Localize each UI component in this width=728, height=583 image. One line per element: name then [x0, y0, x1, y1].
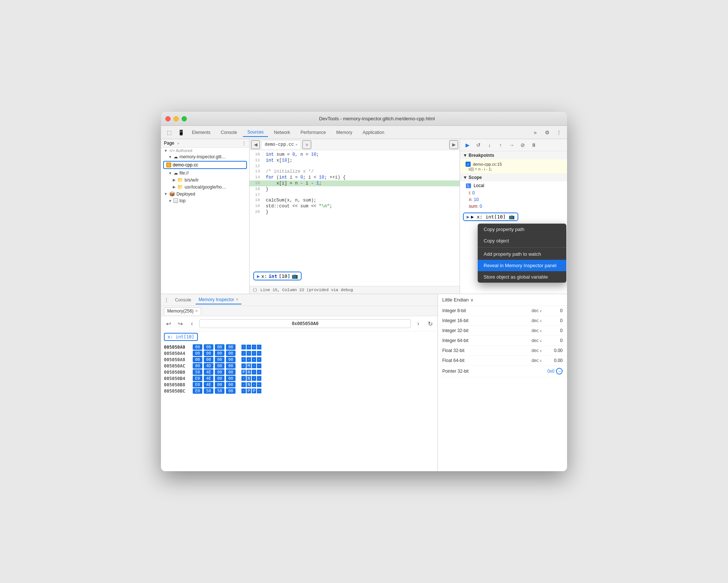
back-icon[interactable]: ↩	[164, 319, 173, 328]
data-format-selector[interactable]: dec ∨	[532, 328, 542, 333]
mem-byte[interactable]: 00	[226, 382, 236, 387]
tab-memory-inspector[interactable]: Memory Inspector ✕	[196, 296, 241, 304]
prev-icon[interactable]: ‹	[188, 319, 196, 328]
mem-byte[interactable]: 00	[215, 376, 224, 381]
mem-byte[interactable]: 00	[226, 344, 236, 350]
mem-byte[interactable]: E0	[193, 376, 202, 381]
close-button[interactable]	[165, 116, 171, 121]
mem-byte[interactable]: 4E	[204, 369, 213, 375]
panel-menu-icon[interactable]: ⋮	[164, 297, 169, 303]
panel-menu-icon[interactable]: ⋮	[242, 141, 246, 146]
var-highlight-box[interactable]: ▶ x: int [10] 📺	[253, 272, 302, 280]
mem-byte[interactable]: 00	[226, 388, 236, 394]
tab-elements[interactable]: Elements	[188, 128, 215, 137]
memory-subtab-256[interactable]: Memory(256) ✕	[164, 307, 201, 315]
close-icon[interactable]: ✕	[236, 297, 238, 301]
mem-byte[interactable]: 00	[204, 344, 213, 350]
mem-byte[interactable]: 00	[215, 344, 224, 350]
mem-byte[interactable]: 00	[226, 376, 236, 381]
tree-memory-inspector-host[interactable]: ▼ ☁ memory-inspector.glit…	[161, 153, 249, 160]
mem-byte[interactable]: 4E	[204, 376, 213, 381]
data-format-selector[interactable]: dec ∨	[532, 348, 542, 353]
code-area[interactable]: 10 int sum = 0, n = 10; 11 int x[10]; 12…	[250, 150, 460, 286]
forward-icon[interactable]: ↪	[176, 319, 185, 328]
ctx-copy-object[interactable]: Copy object	[478, 235, 566, 246]
tree-deployed[interactable]: ▼ 📦 Deployed	[161, 190, 249, 197]
data-format-selector[interactable]: dec ∨	[532, 338, 542, 343]
mem-byte[interactable]: 00	[226, 357, 236, 362]
minimize-button[interactable]	[174, 116, 179, 121]
memory-tag[interactable]: x: int[10]	[164, 333, 198, 341]
mem-byte[interactable]: 00	[215, 351, 224, 356]
settings-icon[interactable]: ⚙	[542, 127, 552, 138]
data-format-selector[interactable]: dec ∨	[532, 318, 542, 323]
tree-authored[interactable]: ▼ </> Authored	[161, 148, 249, 153]
device-icon[interactable]: 📱	[176, 127, 186, 138]
mem-byte[interactable]: 00	[215, 369, 224, 375]
mem-byte[interactable]: 00	[204, 351, 213, 356]
tree-usr[interactable]: ▶ 📁 usr/local/google/ho…	[161, 183, 249, 190]
step-out-icon[interactable]: ↑	[496, 141, 505, 149]
tree-file[interactable]: ▼ ☁ file://	[161, 170, 249, 176]
pointer-value[interactable]: 0x0 →	[547, 368, 563, 375]
tree-bsw[interactable]: ▶ 📁 b/s/w/ir	[161, 176, 249, 183]
close-icon[interactable]: ✕	[195, 309, 198, 313]
mem-byte[interactable]: 00	[215, 357, 224, 362]
ctx-copy-property-path[interactable]: Copy property path	[478, 224, 566, 235]
mem-byte[interactable]: 00	[215, 363, 224, 369]
deactivate-icon[interactable]: ⊘	[518, 141, 527, 149]
mem-byte[interactable]: 00	[193, 357, 202, 362]
step-icon[interactable]: →	[507, 141, 516, 149]
mem-byte[interactable]: E0	[193, 388, 202, 394]
mem-byte[interactable]: 00	[215, 382, 224, 387]
step-over-icon[interactable]: ↺	[474, 141, 483, 149]
tab-performance[interactable]: Performance	[296, 128, 330, 137]
mem-byte[interactable]: 00	[193, 351, 202, 356]
ctx-add-to-watch[interactable]: Add property path to watch	[478, 248, 566, 260]
var-box[interactable]: ▶ ▶ x: int[10] 📺	[463, 213, 518, 221]
chevron-down-icon[interactable]: ∨	[470, 297, 474, 303]
address-input[interactable]	[199, 319, 411, 328]
mem-byte[interactable]: E0	[193, 382, 202, 387]
more-options-icon[interactable]: ⋮	[554, 127, 564, 138]
more-tabs-icon[interactable]: »	[302, 140, 311, 149]
ctx-store-global[interactable]: Store object as global variable	[478, 271, 566, 283]
format-icon[interactable]: ▶	[449, 140, 458, 149]
resume-icon[interactable]: ▶	[463, 141, 472, 149]
mem-byte[interactable]: 50	[193, 369, 202, 375]
tab-console[interactable]: Console	[216, 128, 241, 137]
mem-byte[interactable]: 50	[215, 388, 224, 394]
breakpoint-checkbox[interactable]: ✓	[466, 162, 471, 167]
tab-memory[interactable]: Memory	[332, 128, 357, 137]
tab-console[interactable]: Console	[172, 296, 194, 304]
more-icon[interactable]: »	[177, 141, 179, 145]
tab-sources[interactable]: Sources	[243, 128, 268, 137]
inspect-icon[interactable]: ⬚	[164, 127, 174, 138]
ctx-reveal-memory-inspector[interactable]: Reveal in Memory Inspector panel	[478, 260, 566, 271]
maximize-button[interactable]	[182, 116, 187, 121]
tab-application[interactable]: Application	[358, 128, 389, 137]
more-tabs-icon[interactable]: »	[530, 127, 540, 138]
pause-icon[interactable]: ⏸	[529, 141, 538, 149]
tab-network[interactable]: Network	[269, 128, 295, 137]
mem-byte[interactable]: 4D	[204, 363, 213, 369]
next-icon[interactable]: ›	[414, 319, 423, 328]
mem-byte[interactable]: 50	[204, 388, 213, 394]
close-icon[interactable]: ✕	[295, 142, 298, 147]
step-into-icon[interactable]: ↓	[485, 141, 494, 149]
mem-byte[interactable]: 00	[226, 351, 236, 356]
selected-file-item[interactable]: C demo-cpp.cc	[163, 161, 247, 169]
source-tab-demo-cpp[interactable]: demo-cpp.cc ✕	[261, 140, 301, 149]
tree-top[interactable]: ▼ □ top	[161, 197, 249, 204]
refresh-icon[interactable]: ↻	[426, 319, 435, 328]
data-format-selector[interactable]: dec ∨	[532, 308, 542, 313]
mem-byte[interactable]: 00	[193, 344, 202, 350]
mem-byte[interactable]: 00	[226, 363, 236, 369]
data-format-selector[interactable]: dec ∨	[532, 358, 542, 363]
mem-byte[interactable]: 4E	[204, 382, 213, 387]
mem-byte[interactable]: 00	[204, 357, 213, 362]
nav-back-icon[interactable]: ◀	[251, 140, 260, 149]
mem-byte[interactable]: 00	[226, 369, 236, 375]
arrow-circle-icon[interactable]: →	[556, 368, 563, 375]
mem-byte[interactable]: 80	[193, 363, 202, 369]
